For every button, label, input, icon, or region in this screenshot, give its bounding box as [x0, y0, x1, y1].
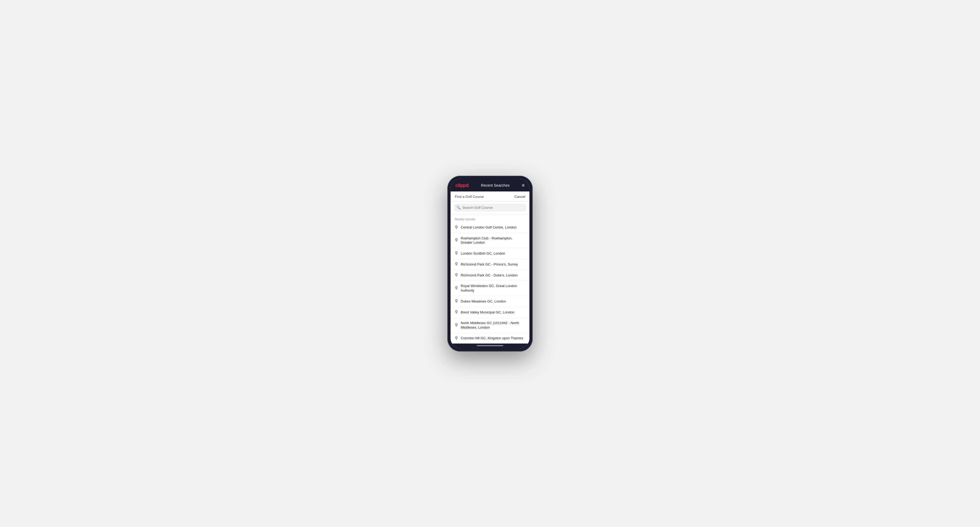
- pin-icon: [455, 323, 458, 328]
- pin-icon: [455, 273, 458, 278]
- list-item[interactable]: Royal Wimbledon GC, Great London Authori…: [450, 281, 530, 296]
- list-item[interactable]: Brent Valley Municipal GC, London: [450, 307, 530, 318]
- course-name: Central London Golf Centre, London: [461, 225, 517, 230]
- app-logo: clippd: [455, 183, 469, 188]
- search-input[interactable]: [462, 206, 523, 210]
- list-item[interactable]: Roehampton Club - Roehampton, Greater Lo…: [450, 233, 530, 248]
- search-icon: 🔍: [457, 206, 461, 210]
- course-name: Brent Valley Municipal GC, London: [461, 310, 514, 315]
- app-header: clippd Recent Searches ≡: [450, 179, 530, 192]
- pin-icon: [455, 225, 458, 230]
- nearby-label: Nearby courses: [450, 215, 530, 222]
- course-name: Dukes Meadows GC, London: [461, 299, 506, 304]
- course-list: Central London Golf Centre, London Roeha…: [450, 222, 530, 343]
- page-title: Recent Searches: [481, 183, 509, 187]
- list-item[interactable]: Coombe Hill GC, Kingston upon Thames: [450, 333, 530, 343]
- search-box: 🔍: [454, 204, 526, 211]
- home-indicator-bar: [450, 343, 530, 348]
- pin-icon: [455, 299, 458, 304]
- course-name: Royal Wimbledon GC, Great London Authori…: [461, 284, 525, 293]
- phone-screen: clippd Recent Searches ≡ Find a Golf Cou…: [450, 179, 530, 348]
- pin-icon: [455, 251, 458, 256]
- course-name: Richmond Park GC - Duke's, London: [461, 273, 517, 278]
- pin-icon: [455, 262, 458, 267]
- search-container: 🔍: [450, 202, 530, 215]
- course-name: Coombe Hill GC, Kingston upon Thames: [461, 336, 523, 341]
- pin-icon: [455, 286, 458, 291]
- list-item[interactable]: North Middlesex GC (1011942 - North Midd…: [450, 318, 530, 333]
- list-item[interactable]: Richmond Park GC - Prince's, Surrey: [450, 259, 530, 270]
- hamburger-icon[interactable]: ≡: [522, 183, 525, 188]
- list-item[interactable]: Dukes Meadows GC, London: [450, 296, 530, 307]
- course-name: North Middlesex GC (1011942 - North Midd…: [461, 321, 525, 330]
- cancel-button[interactable]: Cancel: [514, 195, 525, 198]
- pin-icon: [455, 310, 458, 315]
- find-label: Find a Golf Course: [455, 195, 484, 198]
- find-header: Find a Golf Course Cancel: [450, 192, 530, 202]
- phone-device: clippd Recent Searches ≡ Find a Golf Cou…: [447, 176, 533, 351]
- pin-icon: [455, 336, 458, 341]
- course-name: London Scottish GC, London: [461, 251, 505, 256]
- list-item[interactable]: London Scottish GC, London: [450, 248, 530, 259]
- course-name: Roehampton Club - Roehampton, Greater Lo…: [461, 236, 525, 245]
- pin-icon: [455, 238, 458, 243]
- course-name: Richmond Park GC - Prince's, Surrey: [461, 262, 518, 267]
- nearby-section: Nearby courses Central London Golf Centr…: [450, 215, 530, 343]
- list-item[interactable]: Richmond Park GC - Duke's, London: [450, 270, 530, 281]
- list-item[interactable]: Central London Golf Centre, London: [450, 222, 530, 233]
- home-bar: [477, 345, 503, 346]
- content-area: Find a Golf Course Cancel 🔍 Nearby cours…: [450, 192, 530, 343]
